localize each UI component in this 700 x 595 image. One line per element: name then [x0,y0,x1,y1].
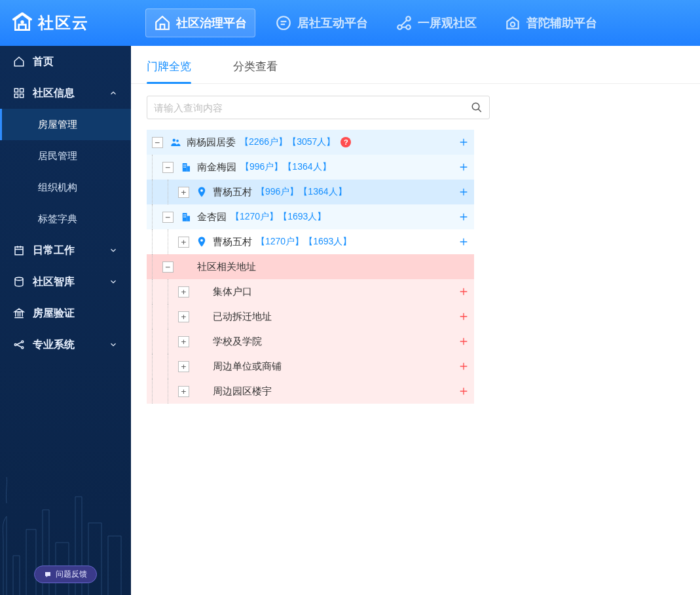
svg-rect-9 [20,94,24,98]
tab-label: 门牌全览 [147,60,191,73]
expand-toggle[interactable]: + [178,336,189,347]
svg-rect-6 [14,88,18,92]
expand-toggle[interactable]: + [178,286,189,298]
node-label: 曹杨五村 [213,186,252,199]
address-tree: − 南杨园居委 【2266户】 【3057人】 ? − 南金梅园 【996户】 … [131,130,490,404]
subnav-label: 组织机构 [38,182,77,194]
node-label: 集体户口 [213,286,252,298]
brand-logo: 社区云 [0,0,131,46]
svg-rect-7 [20,88,24,92]
tree-related-header[interactable]: − 社区相关地址 [147,254,474,279]
top-tab-assist[interactable]: 普陀辅助平台 [496,9,605,37]
group-icon [170,136,181,148]
top-tab-label: 社区治理平台 [176,15,247,31]
feedback-label: 问题反馈 [56,569,87,580]
svg-rect-28 [185,214,187,216]
people-stat: 【3057人】 [287,136,335,148]
top-tab-screen[interactable]: 一屏观社区 [388,9,485,37]
nav-label: 房屋验证 [33,307,75,320]
tree-related-row[interactable]: + 周边单位或商铺 [147,354,474,379]
nav-pro-system[interactable]: 专业系统 [0,329,131,360]
top-tab-label: 居社互动平台 [297,15,368,31]
svg-point-11 [15,277,23,280]
tree-root-row[interactable]: − 南杨园居委 【2266户】 【3057人】 ? [147,130,474,155]
content-tabs: 门牌全览 分类查看 [131,51,700,84]
tab-all-doorplates[interactable]: 门牌全览 [147,59,191,83]
tree-related-row[interactable]: + 学校及学院 [147,329,474,354]
database-icon [13,276,25,288]
expand-toggle[interactable]: + [178,237,189,248]
tree-related-row[interactable]: + 周边园区楼宇 [147,379,474,404]
svg-point-31 [200,239,203,242]
nav-house-verify[interactable]: 房屋验证 [0,298,131,329]
svg-point-4 [406,25,411,29]
top-tab-label: 普陀辅助平台 [526,15,597,31]
add-icon[interactable] [458,311,469,322]
node-label: 学校及学院 [213,336,262,348]
nav-think-tank[interactable]: 社区智库 [0,266,131,298]
add-icon[interactable] [458,212,469,222]
search-box[interactable] [147,96,490,119]
nav-home[interactable]: 首页 [0,46,131,77]
add-icon[interactable] [458,162,469,172]
tab-label: 分类查看 [233,60,278,73]
warning-badge[interactable]: ? [341,137,351,147]
nav-community-info[interactable]: 社区信息 [0,77,131,109]
tab-categorized[interactable]: 分类查看 [233,59,278,83]
add-icon[interactable] [458,237,469,247]
building-icon [180,161,192,173]
subnav-resident-mgmt[interactable]: 居民管理 [0,140,131,172]
tree-branch-row[interactable]: − 金杏园 【1270户】 【1693人】 [147,204,474,229]
add-icon[interactable] [458,386,469,396]
subnav-house-mgmt[interactable]: 房屋管理 [0,109,131,140]
nav-daily-work[interactable]: 日常工作 [0,235,131,266]
tree-related-row[interactable]: + 已动拆迁地址 [147,304,474,329]
subnav-tag-dict[interactable]: 标签字典 [0,203,131,235]
collapse-toggle[interactable]: − [152,137,163,148]
add-icon[interactable] [458,361,469,372]
building-icon [180,211,192,223]
collapse-toggle[interactable]: − [162,162,174,173]
svg-rect-22 [183,166,185,168]
collapse-toggle[interactable]: − [162,212,174,223]
app-header: 社区云 社区治理平台 居社互动平台 一屏观社区 普陀辅助平台 [0,0,700,46]
expand-toggle[interactable]: + [178,311,189,322]
svg-rect-23 [185,166,187,168]
svg-point-24 [200,189,203,192]
add-icon[interactable] [458,286,469,297]
svg-point-17 [176,140,179,142]
tree-branch-row[interactable]: − 南金梅园 【996户】 【1364人】 [147,155,474,180]
people-stat: 【1364人】 [283,161,331,173]
svg-rect-27 [183,214,185,216]
top-tab-governance[interactable]: 社区治理平台 [145,9,255,37]
expand-toggle[interactable]: + [178,361,189,372]
subnav-org[interactable]: 组织机构 [0,172,131,203]
cloud-house-icon [12,12,33,33]
tree-leaf-row[interactable]: + 曹杨五村 【1270户】 【1693人】 [147,229,474,254]
search-icon[interactable] [471,102,483,113]
node-label: 曹杨五村 [213,236,252,248]
chevron-down-icon [109,246,118,255]
add-icon[interactable] [458,137,469,147]
people-stat: 【1693人】 [278,211,326,223]
tree-leaf-row[interactable]: + 曹杨五村 【996户】 【1364人】 [147,180,474,204]
add-icon[interactable] [458,336,469,347]
svg-point-16 [173,139,176,142]
household-stat: 【1270户】 [230,211,278,223]
expand-toggle[interactable]: + [178,187,189,198]
nav-label: 首页 [33,55,54,69]
top-tabs: 社区治理平台 居社互动平台 一屏观社区 普陀辅助平台 [131,0,605,46]
feedback-icon [44,571,52,579]
tree-related-row[interactable]: + 集体户口 [147,279,474,304]
top-tab-interaction[interactable]: 居社互动平台 [267,9,376,37]
svg-rect-30 [185,216,187,218]
expand-toggle[interactable]: + [178,386,189,397]
add-icon[interactable] [458,187,469,197]
nav-label: 社区信息 [33,86,75,100]
collapse-toggle[interactable]: − [162,261,174,273]
svg-point-13 [22,341,24,343]
feedback-button[interactable]: 问题反馈 [34,566,97,583]
svg-point-5 [511,22,515,26]
grid-icon [13,87,25,99]
search-input[interactable] [154,102,471,113]
